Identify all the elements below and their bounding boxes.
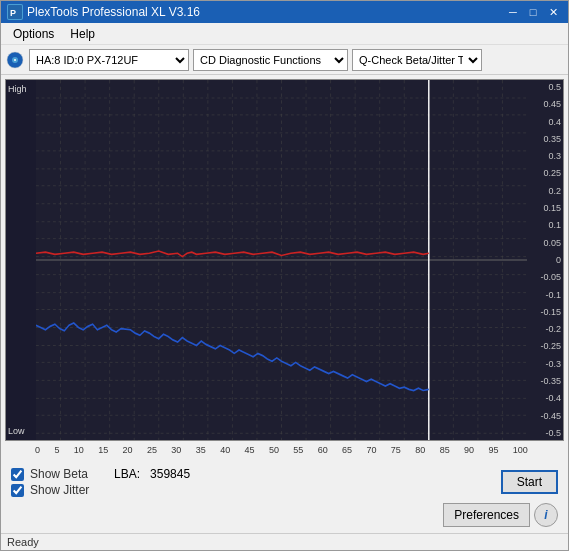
drive-select[interactable]: HA:8 ID:0 PX-712UF <box>29 49 189 71</box>
window-controls: ─ □ ✕ <box>504 3 562 21</box>
show-jitter-checkbox[interactable] <box>11 484 24 497</box>
content-area: High Low <box>1 75 568 533</box>
main-window: P PlexTools Professional XL V3.16 ─ □ ✕ … <box>0 0 569 551</box>
title-bar: P PlexTools Professional XL V3.16 ─ □ ✕ <box>1 1 568 23</box>
start-button[interactable]: Start <box>501 470 558 494</box>
preferences-button[interactable]: Preferences <box>443 503 530 527</box>
y-axis-right: 0.5 0.45 0.4 0.35 0.3 0.25 0.2 0.15 0.1 … <box>527 80 563 440</box>
toolbar: HA:8 ID:0 PX-712UF CD Diagnostic Functio… <box>1 45 568 75</box>
menu-options[interactable]: Options <box>5 25 62 43</box>
show-jitter-label[interactable]: Show Jitter <box>30 483 89 497</box>
lba-value: 359845 <box>150 467 190 481</box>
bottom-panel: Show Beta LBA: 359845 Show Jitter Start … <box>5 463 564 529</box>
svg-text:P: P <box>10 8 16 18</box>
svg-point-4 <box>14 59 16 61</box>
app-icon: P <box>7 4 23 20</box>
window-title: PlexTools Professional XL V3.16 <box>27 5 504 19</box>
show-beta-checkbox[interactable] <box>11 468 24 481</box>
function-select[interactable]: CD Diagnostic Functions <box>193 49 348 71</box>
show-beta-label[interactable]: Show Beta <box>30 467 88 481</box>
test-select[interactable]: Q-Check Beta/Jitter Test <box>352 49 482 71</box>
chart-container: High Low <box>5 79 564 441</box>
x-axis-labels: 0 5 10 15 20 25 30 35 40 45 50 55 60 65 … <box>5 445 564 459</box>
y-high-label: High <box>8 84 27 94</box>
show-beta-row: Show Beta LBA: 359845 <box>11 467 501 481</box>
status-text: Ready <box>7 536 39 548</box>
maximize-button[interactable]: □ <box>524 3 542 21</box>
status-bar: Ready <box>1 533 568 550</box>
drive-icon <box>5 50 25 70</box>
info-button[interactable]: i <box>534 503 558 527</box>
minimize-button[interactable]: ─ <box>504 3 522 21</box>
show-jitter-row: Show Jitter <box>11 483 501 497</box>
y-low-label: Low <box>8 426 25 436</box>
chart-svg <box>36 80 527 440</box>
close-button[interactable]: ✕ <box>544 3 562 21</box>
lba-label: LBA: <box>114 467 140 481</box>
menu-help[interactable]: Help <box>62 25 103 43</box>
menu-bar: Options Help <box>1 23 568 45</box>
